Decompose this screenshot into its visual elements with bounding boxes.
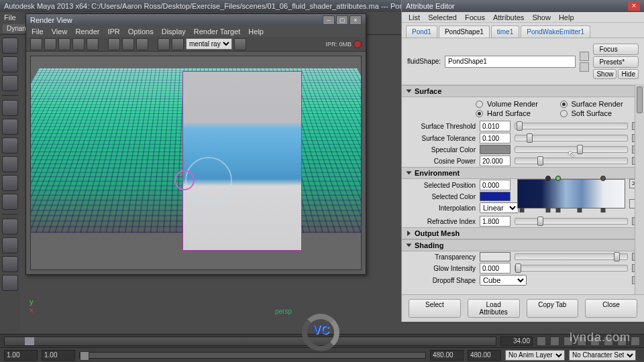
tab-pond1[interactable]: Pond1	[406, 25, 437, 38]
section-surface-header[interactable]: Surface	[402, 85, 644, 97]
char-set-dropdown[interactable]: No Character Set	[569, 350, 636, 361]
min-button[interactable]: –	[323, 15, 335, 25]
render-canvas[interactable]	[30, 56, 362, 270]
selected-color-swatch[interactable]	[480, 192, 511, 201]
io-in-icon[interactable]	[580, 52, 589, 61]
time-ruler[interactable]	[4, 337, 496, 346]
radio-soft-surface[interactable]	[560, 110, 568, 117]
layout-single[interactable]	[2, 219, 18, 235]
ae-menu-attributes[interactable]: Attributes	[493, 13, 524, 21]
rv-menu-help[interactable]: Help	[248, 27, 264, 36]
node-name-field[interactable]	[445, 56, 576, 68]
transparency-swatch[interactable]	[480, 252, 511, 261]
section-shading-header[interactable]: Shading	[402, 239, 644, 251]
remove-image-button[interactable]	[172, 38, 184, 50]
anim-layer-dropdown[interactable]: No Anim Layer	[505, 350, 565, 361]
cosine-power-slider[interactable]	[515, 158, 628, 164]
glow-intensity-slider[interactable]	[515, 265, 628, 272]
select-tool[interactable]	[2, 38, 18, 54]
surface-threshold-field[interactable]	[480, 121, 511, 131]
tab-pondshape1[interactable]: PondShape1	[439, 25, 490, 38]
keep-image-button[interactable]	[158, 38, 170, 50]
layout-outliner[interactable]	[2, 275, 18, 291]
surface-threshold-slider[interactable]	[515, 123, 628, 129]
ae-menu-selected[interactable]: Selected	[428, 13, 457, 21]
environment-ramp[interactable]	[517, 179, 625, 208]
show-button[interactable]: Show	[593, 69, 616, 79]
rv-menu-options[interactable]: Options	[128, 27, 154, 36]
hide-button[interactable]: Hide	[618, 69, 639, 79]
radio-volume-render[interactable]	[476, 101, 483, 108]
rv-menu-target[interactable]: Render Target	[194, 27, 241, 36]
rotate-tool[interactable]	[2, 119, 18, 135]
rv-menu-file[interactable]: File	[32, 27, 44, 36]
range-end-vis[interactable]	[468, 350, 501, 361]
glow-intensity-field[interactable]	[480, 263, 511, 274]
renderer-dropdown[interactable]: mental ray	[186, 38, 232, 50]
ae-close-button[interactable]: ×	[628, 1, 640, 11]
render-region-button[interactable]	[44, 38, 56, 50]
tab-pondwakeemitter1[interactable]: PondWakeEmitter1	[521, 25, 590, 38]
io-out-icon[interactable]	[580, 62, 589, 72]
dropoff-shape-dropdown[interactable]: Cube	[480, 275, 527, 286]
range-bar[interactable]	[79, 352, 426, 359]
ipr-record-icon[interactable]	[354, 40, 362, 48]
range-start-vis[interactable]	[4, 350, 38, 361]
load-attributes-button[interactable]: Load Attributes	[468, 299, 520, 318]
radio-surface-render[interactable]	[560, 101, 568, 108]
ae-menu-show[interactable]: Show	[532, 13, 551, 21]
menu-file[interactable]: File	[4, 13, 16, 21]
radio-hard-surface[interactable]	[476, 110, 483, 117]
snapshot-button[interactable]	[58, 38, 70, 50]
layout-persp[interactable]	[2, 256, 18, 272]
range-knob[interactable]	[80, 351, 89, 361]
ae-menu-focus[interactable]: Focus	[465, 13, 485, 21]
range-start[interactable]	[42, 350, 75, 361]
close-button[interactable]: Close	[585, 299, 637, 318]
gamma-button[interactable]	[122, 38, 134, 50]
max-button[interactable]: ▢	[336, 15, 348, 25]
copy-tab-button[interactable]: Copy Tab	[527, 299, 579, 318]
to-end-button[interactable]	[631, 337, 640, 346]
ae-menu-help[interactable]: Help	[559, 13, 574, 21]
select-button[interactable]: Select	[409, 299, 461, 318]
refractive-index-slider[interactable]	[515, 218, 628, 225]
render-button[interactable]	[30, 38, 42, 50]
rv-menu-view[interactable]: View	[52, 27, 68, 36]
exposure-button[interactable]	[108, 38, 120, 50]
paint-tool[interactable]	[2, 75, 18, 91]
show-manip-tool[interactable]	[2, 194, 18, 210]
specular-color-swatch[interactable]	[480, 145, 511, 154]
ipr-button[interactable]	[72, 38, 85, 50]
rv-menu-display[interactable]: Display	[162, 27, 186, 36]
manip-tool[interactable]	[2, 156, 18, 172]
lasso-tool[interactable]	[2, 56, 18, 72]
pause-ipr-button[interactable]	[234, 38, 246, 50]
ae-menu-list[interactable]: List	[409, 13, 420, 21]
rotate-manipulator[interactable]	[174, 170, 195, 190]
section-output-mesh-header[interactable]: Output Mesh	[402, 227, 644, 239]
scrollbar-thumb[interactable]	[637, 86, 643, 113]
alpha-button[interactable]	[136, 38, 148, 50]
ae-scrollbar[interactable]	[635, 85, 644, 294]
interpolation-dropdown[interactable]: Linear	[480, 202, 519, 213]
current-frame-marker[interactable]	[25, 337, 34, 345]
transparency-slider[interactable]	[515, 253, 628, 260]
rv-menu-ipr[interactable]: IPR	[107, 27, 119, 36]
specular-color-slider[interactable]	[515, 146, 628, 153]
soft-mod-tool[interactable]	[2, 175, 18, 191]
move-tool[interactable]	[2, 100, 18, 116]
presets-button[interactable]: Presets*	[593, 56, 639, 68]
cosine-power-field[interactable]	[480, 156, 511, 166]
surface-tolerance-field[interactable]	[480, 133, 511, 143]
refractive-index-field[interactable]	[480, 216, 511, 227]
current-frame-field[interactable]	[500, 337, 533, 346]
close-button[interactable]: ×	[350, 15, 362, 25]
focus-button[interactable]: Focus	[593, 44, 639, 55]
refresh-button[interactable]	[87, 38, 99, 50]
range-end[interactable]	[430, 350, 464, 361]
tab-time1[interactable]: time1	[491, 25, 519, 38]
ae-title-bar[interactable]: Attribute Editor ×	[402, 0, 644, 12]
layout-four[interactable]	[2, 237, 18, 253]
scale-tool[interactable]	[2, 137, 18, 154]
